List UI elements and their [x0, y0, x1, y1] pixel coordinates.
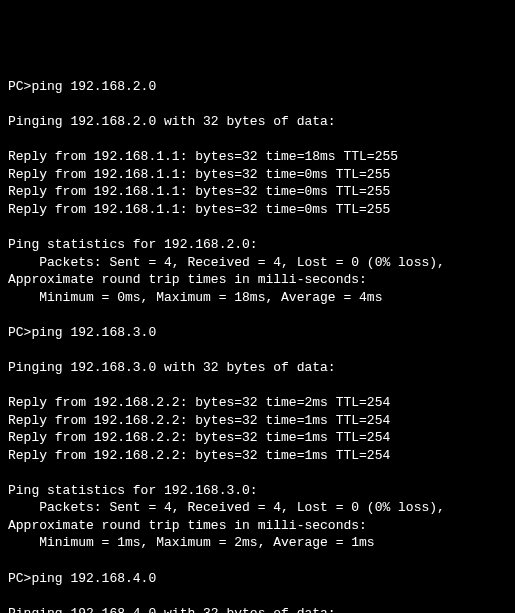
terminal-output: PC>ping 192.168.2.0 Pinging 192.168.2.0 …: [8, 78, 507, 613]
